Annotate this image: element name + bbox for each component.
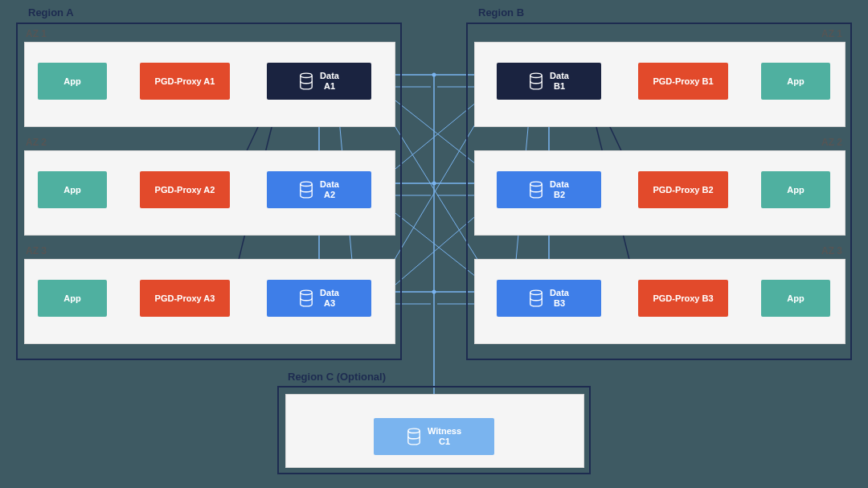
database-icon (299, 72, 313, 90)
database-icon (299, 181, 313, 199)
svg-point-42 (530, 290, 542, 294)
proxy-b1: PGD-Proxy B1 (638, 63, 728, 100)
data-b1-text: DataB1 (550, 71, 569, 91)
region-a-label: Region A (28, 6, 74, 18)
database-icon (299, 289, 313, 307)
data-a2: DataA2 (267, 171, 371, 208)
az-a3-label: AZ 3 (26, 245, 47, 256)
svg-point-39 (301, 290, 312, 294)
data-a1-text: DataA1 (320, 71, 339, 91)
proxy-a2: PGD-Proxy A2 (140, 171, 230, 208)
data-b2: DataB2 (497, 171, 601, 208)
svg-point-43 (408, 429, 420, 433)
data-b3-text: DataB3 (550, 288, 569, 308)
proxy-b2: PGD-Proxy B2 (638, 171, 728, 208)
svg-point-41 (530, 182, 542, 186)
data-a2-text: DataA2 (320, 179, 339, 199)
az-b1-label: AZ 1 (821, 28, 842, 39)
svg-point-27 (432, 73, 436, 77)
region-b-label: Region B (478, 6, 524, 18)
database-icon (407, 428, 421, 445)
data-a3-text: DataA3 (320, 288, 339, 308)
az-b2-label: AZ 2 (821, 137, 842, 148)
app-b2: App (761, 171, 830, 208)
proxy-a1: PGD-Proxy A1 (140, 63, 230, 100)
svg-point-29 (432, 290, 436, 294)
database-icon (529, 289, 543, 307)
svg-point-28 (432, 182, 436, 186)
witness-c1-text: WitnessC1 (428, 426, 461, 446)
data-b1: DataB1 (497, 63, 601, 100)
proxy-a3: PGD-Proxy A3 (140, 280, 230, 317)
region-c-label: Region C (Optional) (288, 371, 386, 383)
svg-point-38 (301, 182, 312, 186)
az-b3-label: AZ 3 (821, 245, 842, 256)
app-a1: App (38, 63, 107, 100)
app-a2: App (38, 171, 107, 208)
proxy-b3: PGD-Proxy B3 (638, 280, 728, 317)
svg-point-37 (301, 73, 312, 77)
database-icon (529, 181, 543, 199)
data-a1: DataA1 (267, 63, 371, 100)
az-a1-label: AZ 1 (26, 28, 47, 39)
app-b1: App (761, 63, 830, 100)
app-b3: App (761, 280, 830, 317)
database-icon (529, 72, 543, 90)
data-b2-text: DataB2 (550, 179, 569, 199)
az-a2-label: AZ 2 (26, 137, 47, 148)
witness-c1: WitnessC1 (374, 418, 494, 455)
app-a3: App (38, 280, 107, 317)
svg-point-40 (530, 73, 542, 77)
data-a3: DataA3 (267, 280, 371, 317)
data-b3: DataB3 (497, 280, 601, 317)
